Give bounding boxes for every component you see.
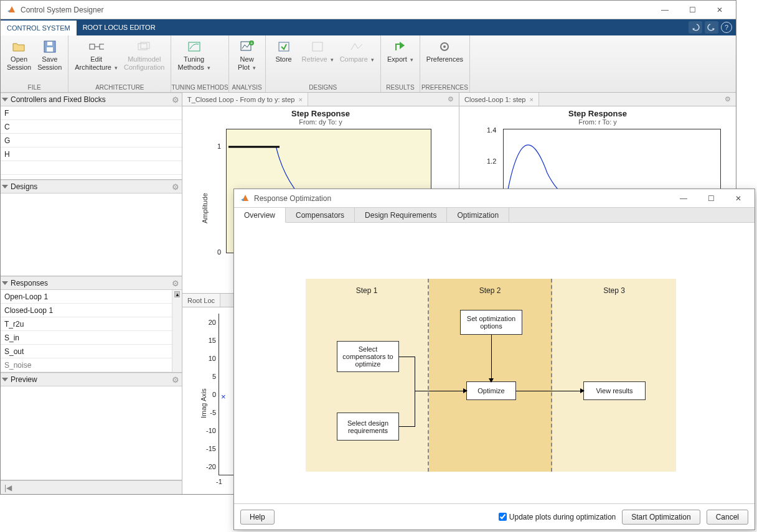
list-item[interactable]: S_noise bbox=[1, 358, 182, 372]
dialog-title: Response Optimization bbox=[254, 194, 670, 203]
cancel-button[interactable]: Cancel bbox=[707, 510, 748, 525]
step-label: Step 3 bbox=[552, 286, 676, 295]
svg-rect-5 bbox=[47, 47, 53, 52]
minimize-button[interactable]: — bbox=[670, 190, 697, 207]
list-item[interactable]: Closed-Loop 1 bbox=[1, 304, 182, 317]
compare-icon bbox=[349, 39, 364, 54]
list-item[interactable]: C bbox=[1, 120, 182, 134]
close-icon[interactable]: × bbox=[529, 96, 533, 103]
svg-rect-7 bbox=[90, 44, 95, 49]
list-item[interactable]: T_r2u bbox=[1, 317, 182, 331]
panel-header-designs[interactable]: Designs⚙ bbox=[1, 180, 182, 194]
gear-icon[interactable]: ⚙ bbox=[172, 375, 179, 385]
save-session-button[interactable]: Save Session bbox=[35, 38, 64, 73]
left-sidebar: Controllers and Fixed Blocks⚙ F C G H De… bbox=[1, 93, 182, 494]
tick-label: 0 bbox=[217, 248, 221, 256]
list-item[interactable]: G bbox=[1, 134, 182, 147]
toolstrip: Open Session Save Session FILE Edit Arch… bbox=[1, 35, 736, 93]
preferences-button[interactable]: Preferences bbox=[424, 38, 466, 65]
plot-subtitle: From: r To: y bbox=[459, 118, 736, 126]
store-button[interactable]: Store bbox=[270, 38, 298, 65]
panel-header-responses[interactable]: Responses⚙ bbox=[1, 276, 182, 290]
close-button[interactable]: ✕ bbox=[706, 1, 733, 19]
plot-subtitle: From: dy To: y bbox=[182, 118, 459, 126]
y-axis-label: Amplitude bbox=[201, 193, 209, 223]
close-icon[interactable]: × bbox=[298, 96, 302, 103]
group-label-tuning: TUNING METHODS bbox=[171, 83, 228, 92]
update-plots-checkbox[interactable]: Update plots during optimization bbox=[499, 513, 616, 521]
maximize-button[interactable]: ☐ bbox=[679, 1, 706, 19]
list-item[interactable]: S_in bbox=[1, 331, 182, 345]
group-label-designs: DESIGNS bbox=[266, 83, 380, 92]
plot-title: Step Response bbox=[182, 109, 459, 118]
help-button[interactable]: ? bbox=[721, 22, 732, 33]
tuning-methods-button[interactable]: Tuning Methods bbox=[175, 38, 212, 73]
start-optimization-button[interactable]: Start Optimization bbox=[622, 510, 700, 525]
box-view-results: View results bbox=[583, 381, 646, 400]
svg-text:+: + bbox=[250, 41, 253, 45]
maximize-button[interactable]: ☐ bbox=[697, 190, 725, 207]
step-label: Step 1 bbox=[306, 286, 428, 295]
help-button[interactable]: Help bbox=[240, 510, 275, 525]
export-button[interactable]: Export bbox=[385, 38, 416, 65]
edit-architecture-button[interactable]: Edit Architecture bbox=[72, 38, 120, 73]
compare-button: Compare bbox=[337, 38, 377, 65]
tab-overview[interactable]: Overview bbox=[234, 208, 286, 223]
plot-title: Step Response bbox=[459, 109, 736, 118]
group-label-prefs: PREFERENCES bbox=[420, 83, 469, 92]
doc-tab[interactable]: Closed-Loop 1: step× bbox=[459, 93, 539, 106]
doc-tab[interactable]: Root Loc bbox=[182, 294, 220, 307]
panel-header-preview[interactable]: Preview⚙ bbox=[1, 373, 182, 386]
close-button[interactable]: ✕ bbox=[725, 190, 752, 207]
doc-tab[interactable]: T_Closed Loop - From dy to y: step× bbox=[182, 93, 308, 106]
list-item bbox=[1, 161, 182, 175]
open-session-button[interactable]: Open Session bbox=[4, 38, 34, 73]
tick-label: 1.4 bbox=[487, 126, 496, 134]
matlab-logo-icon bbox=[7, 5, 17, 15]
svg-rect-12 bbox=[189, 42, 200, 51]
gear-icon[interactable]: ⚙ bbox=[448, 95, 454, 103]
tab-root-locus-editor[interactable]: ROOT LOCUS EDITOR bbox=[77, 19, 162, 35]
group-label-file: FILE bbox=[1, 83, 68, 92]
svg-rect-6 bbox=[47, 42, 52, 45]
svg-point-19 bbox=[443, 45, 446, 48]
group-label-architecture: ARCHITECTURE bbox=[68, 83, 171, 92]
panel-header-controllers[interactable]: Controllers and Fixed Blocks⚙ bbox=[1, 93, 182, 106]
tick-label: 1 bbox=[217, 142, 221, 150]
list-item[interactable]: S_out bbox=[1, 345, 182, 358]
redo-button[interactable] bbox=[705, 21, 718, 34]
gear-icon bbox=[437, 39, 452, 54]
list-item[interactable]: H bbox=[1, 147, 182, 161]
step-label: Step 2 bbox=[429, 286, 551, 295]
export-icon bbox=[393, 39, 408, 54]
new-plot-button[interactable]: +New Plot bbox=[233, 38, 261, 73]
scrollbar[interactable]: ▲ bbox=[172, 290, 182, 372]
tab-optimization[interactable]: Optimization bbox=[447, 208, 509, 222]
list-item[interactable]: F bbox=[1, 106, 182, 120]
undo-button[interactable] bbox=[689, 21, 702, 34]
tab-control-system[interactable]: CONTROL SYSTEM bbox=[1, 19, 77, 35]
statusbar: |◀ bbox=[1, 480, 182, 494]
tab-compensators[interactable]: Compensators bbox=[286, 208, 355, 222]
tab-design-requirements[interactable]: Design Requirements bbox=[355, 208, 447, 222]
svg-rect-17 bbox=[313, 42, 322, 51]
main-titlebar: Control System Designer — ☐ ✕ bbox=[1, 1, 736, 19]
gear-icon[interactable]: ⚙ bbox=[172, 95, 179, 105]
dialog-tabstrip: Overview Compensators Design Requirement… bbox=[234, 208, 755, 223]
gear-icon[interactable]: ⚙ bbox=[725, 95, 731, 103]
box-select-compensators: Select compensators to optimize bbox=[337, 341, 399, 372]
floppy-disk-icon bbox=[42, 39, 57, 54]
store-icon bbox=[276, 39, 291, 54]
minimize-button[interactable]: — bbox=[651, 1, 679, 19]
dialog-body: Step 1 Step 2 Step 3 Select compensators… bbox=[234, 223, 755, 503]
architecture-icon bbox=[89, 39, 104, 54]
retrieve-button: Retrieve bbox=[299, 38, 336, 65]
box-optimize: Optimize bbox=[466, 381, 516, 400]
gear-icon[interactable]: ⚙ bbox=[172, 182, 179, 192]
main-tabstrip: CONTROL SYSTEM ROOT LOCUS EDITOR ? bbox=[1, 19, 736, 35]
tick-label: 1.2 bbox=[487, 157, 496, 165]
list-item[interactable]: Open-Loop 1 bbox=[1, 290, 182, 304]
box-select-requirements: Select design requirements bbox=[337, 413, 399, 441]
tuning-icon bbox=[187, 39, 202, 54]
gear-icon[interactable]: ⚙ bbox=[172, 279, 179, 288]
